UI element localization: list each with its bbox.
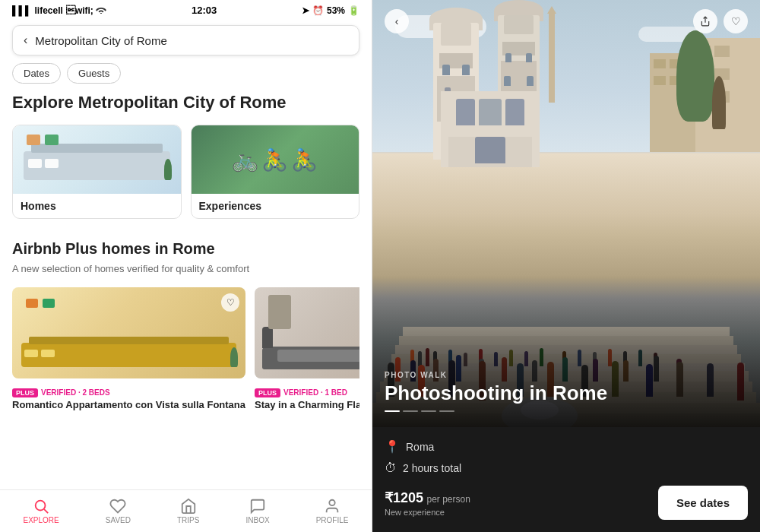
- experiences-category-card[interactable]: 🚲 🚴 🚴 Experiences: [191, 125, 360, 219]
- heart-button-1[interactable]: ♡: [221, 293, 239, 312]
- listing-1-badges: PLUS VERIFIED · 2 BEDS: [12, 388, 110, 397]
- svg-point-0: [36, 501, 46, 511]
- plus-tag-1: PLUS: [12, 388, 38, 397]
- status-left: ▌▌▌ lifecell wifi;: [12, 5, 106, 16]
- scroll-content: Explore Metropolitan City of Rome: [0, 93, 372, 532]
- detail-bottom: 📍 Roma ⏱ 2 hours total ₹1205 per person …: [372, 427, 760, 532]
- guests-filter-button[interactable]: Guests: [67, 63, 121, 84]
- duration-text: 2 hours total: [403, 462, 461, 474]
- price-amount-container: ₹1205 per person: [385, 489, 470, 506]
- verified-tag-1: VERIFIED · 2 BEDS: [41, 388, 110, 397]
- carrier-label: lifecell: [35, 5, 63, 16]
- photo-text-overlay: PHOTO WALK Photoshooting in Rome: [372, 359, 760, 427]
- status-bar: ▌▌▌ lifecell wifi; 12:03 ➤ ⏰ 53% 🔋: [0, 0, 372, 21]
- category-row: Homes 🚲 🚴 🚴 Experiences: [12, 125, 359, 219]
- nav-profile[interactable]: PROFILE: [316, 498, 349, 524]
- price-amount: ₹1205: [385, 490, 423, 505]
- nav-saved[interactable]: SAVED: [106, 498, 131, 524]
- detail-back-button[interactable]: ‹: [385, 9, 409, 33]
- wifi-icon: wifi;: [66, 5, 106, 16]
- listing-title-2: Stay in a Charming Flat near Historic Ce…: [255, 399, 359, 412]
- homes-label: Homes: [13, 194, 181, 218]
- listing-title-1: Romantico Appartamento con Vista sulla F…: [12, 399, 245, 412]
- plus-section-subtitle: A new selection of homes verified for qu…: [12, 262, 359, 276]
- wishlist-button[interactable]: ♡: [724, 9, 748, 33]
- search-title: Metropolitan City of Rome: [35, 34, 166, 47]
- nav-inbox[interactable]: INBOX: [245, 498, 269, 524]
- clock-icon: ⏱: [385, 461, 397, 475]
- phone-panel: ▌▌▌ lifecell wifi; 12:03 ➤ ⏰ 53% 🔋 ‹ Me…: [0, 0, 372, 532]
- listing-card-2[interactable]: ♡ PLUS VERIFIED · 1 BED Stay in a Charmi…: [255, 287, 359, 412]
- experience-category-label: PHOTO WALK: [385, 371, 748, 379]
- photo-top-nav: ‹ ♡: [372, 0, 760, 43]
- duration-row: ⏱ 2 hours total: [385, 461, 748, 475]
- price-per-label: per person: [427, 494, 470, 505]
- nav-explore-label: EXPLORE: [24, 516, 59, 524]
- dot-4: [439, 410, 454, 412]
- alarm-icon: ⏰: [312, 5, 324, 16]
- nav-trips[interactable]: TRIPS: [177, 498, 199, 524]
- location-pin-icon: 📍: [385, 439, 400, 454]
- listing-image-1: ♡: [12, 287, 245, 378]
- nav-explore[interactable]: EXPLORE: [24, 498, 59, 524]
- photo-nav-right: ♡: [693, 9, 748, 33]
- svg-point-2: [329, 500, 334, 505]
- battery-icon: 🔋: [348, 5, 359, 16]
- nav-saved-label: SAVED: [106, 516, 131, 524]
- detail-panel: ‹ ♡ PHOTO WALK Photoshooting in Rome: [372, 0, 760, 532]
- tree-right: [676, 30, 714, 122]
- dot-3: [421, 410, 436, 412]
- back-button[interactable]: ‹: [24, 33, 27, 47]
- new-experience-label: New experience: [385, 508, 470, 517]
- location-icon: ➤: [302, 5, 309, 16]
- status-right: ➤ ⏰ 53% 🔋: [302, 5, 359, 16]
- price-info: ₹1205 per person New experience: [385, 489, 470, 517]
- homes-category-card[interactable]: Homes: [12, 125, 182, 219]
- location-text: Roma: [406, 441, 434, 453]
- svg-line-1: [44, 509, 48, 513]
- explore-heading: Explore Metropolitan City of Rome: [12, 93, 359, 112]
- listings-row: ♡ PLUS VERIFIED · 2 BEDS Romantico Appar…: [12, 287, 359, 412]
- experience-title: Photoshooting in Rome: [385, 382, 748, 404]
- homes-card-image: [13, 125, 181, 194]
- bottom-nav: EXPLORE SAVED TRIPS INBOX PROFILE: [0, 489, 372, 532]
- search-bar[interactable]: ‹ Metropolitan City of Rome: [12, 25, 359, 55]
- photo-area: ‹ ♡ PHOTO WALK Photoshooting in Rome: [372, 0, 760, 427]
- listing-2-badges: PLUS VERIFIED · 1 BED: [255, 388, 347, 397]
- nav-inbox-label: INBOX: [245, 516, 269, 524]
- experiences-label: Experiences: [192, 194, 359, 218]
- status-time: 12:03: [192, 5, 217, 16]
- palm-tree: [712, 76, 726, 129]
- verified-tag-2: VERIFIED · 1 BED: [283, 388, 347, 397]
- battery-label: 53%: [327, 5, 345, 16]
- share-button[interactable]: [693, 9, 717, 33]
- signal-icon: ▌▌▌: [12, 5, 32, 16]
- experiences-card-image: 🚲 🚴 🚴: [192, 125, 359, 194]
- church-facade: [441, 91, 540, 167]
- listing-card-1[interactable]: ♡ PLUS VERIFIED · 2 BEDS Romantico Appar…: [12, 287, 245, 412]
- see-dates-button[interactable]: See dates: [658, 486, 748, 520]
- dot-1: [385, 410, 400, 412]
- nav-trips-label: TRIPS: [177, 516, 199, 524]
- price-row: ₹1205 per person New experience See date…: [385, 486, 748, 520]
- nav-profile-label: PROFILE: [316, 516, 349, 524]
- location-row: 📍 Roma: [385, 439, 748, 454]
- photo-dots: [385, 410, 748, 412]
- dot-2: [403, 410, 418, 412]
- dates-filter-button[interactable]: Dates: [12, 63, 61, 84]
- listing-image-2: ♡: [255, 287, 359, 378]
- filter-row: Dates Guests: [0, 63, 372, 93]
- plus-tag-2: PLUS: [255, 388, 280, 397]
- plus-section-heading: Airbnb Plus homes in Rome: [12, 240, 359, 258]
